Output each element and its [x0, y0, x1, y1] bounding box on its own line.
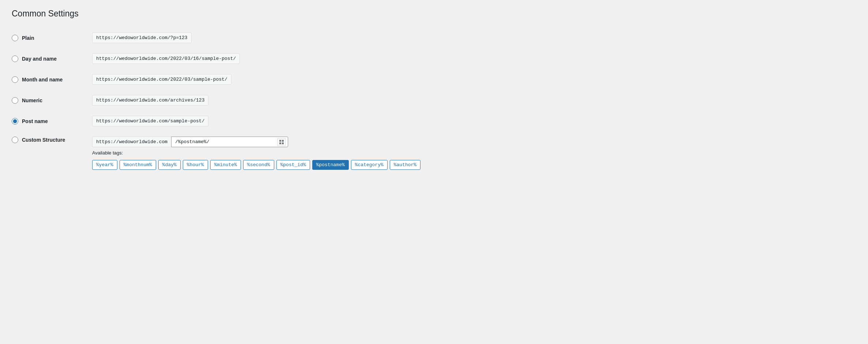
setting-row-plain: Plainhttps://wedoworldwide.com/?p=123: [12, 27, 856, 48]
label-text-day-and-name: Day and name: [22, 56, 57, 62]
custom-input-wrapper: [171, 137, 288, 147]
label-text-numeric: Numeric: [22, 98, 42, 103]
label-plain[interactable]: Plain: [12, 35, 92, 41]
tags-row: %year%%monthnum%%day%%hour%%minute%%seco…: [92, 160, 420, 170]
tag-btn-minute[interactable]: %minute%: [210, 160, 241, 170]
svg-rect-2: [279, 142, 281, 144]
page-title: Common Settings: [12, 9, 856, 19]
label-text-plain: Plain: [22, 35, 34, 41]
svg-rect-3: [282, 142, 284, 144]
radio-numeric[interactable]: [12, 97, 18, 104]
svg-rect-0: [279, 140, 281, 142]
tags-picker-button[interactable]: [277, 138, 286, 146]
custom-base-url: https://wedoworldwide.com: [92, 137, 171, 147]
common-settings-section: Plainhttps://wedoworldwide.com/?p=123Day…: [12, 27, 856, 175]
radio-month-and-name[interactable]: [12, 76, 18, 83]
url-display-numeric: https://wedoworldwide.com/archives/123: [92, 95, 208, 106]
custom-structure-input[interactable]: [171, 137, 288, 147]
tag-btn-second[interactable]: %second%: [243, 160, 274, 170]
tag-btn-postname[interactable]: %postname%: [312, 160, 349, 170]
setting-row-day-and-name: Day and namehttps://wedoworldwide.com/20…: [12, 48, 856, 69]
url-display-plain: https://wedoworldwide.com/?p=123: [92, 33, 192, 43]
tag-btn-monthnum[interactable]: %monthnum%: [120, 160, 156, 170]
tag-btn-year[interactable]: %year%: [92, 160, 117, 170]
label-text-month-and-name: Month and name: [22, 77, 63, 83]
label-numeric[interactable]: Numeric: [12, 97, 92, 104]
url-display-month-and-name: https://wedoworldwide.com/2022/03/sample…: [92, 74, 231, 85]
tag-btn-day[interactable]: %day%: [158, 160, 181, 170]
setting-row-month-and-name: Month and namehttps://wedoworldwide.com/…: [12, 69, 856, 90]
custom-structure-label[interactable]: Custom Structure: [12, 137, 92, 143]
label-post-name[interactable]: Post name: [12, 118, 92, 125]
custom-structure-label-text: Custom Structure: [22, 137, 65, 143]
setting-row-post-name: Post namehttps://wedoworldwide.com/sampl…: [12, 111, 856, 131]
custom-url-group: https://wedoworldwide.com Available tags…: [92, 137, 420, 170]
custom-structure-row: Custom Structure https://wedoworldwide.c…: [12, 131, 856, 175]
tag-btn-author[interactable]: %author%: [390, 160, 420, 170]
tag-btn-post_id[interactable]: %post_id%: [276, 160, 310, 170]
url-display-day-and-name: https://wedoworldwide.com/2022/03/16/sam…: [92, 53, 240, 64]
label-month-and-name[interactable]: Month and name: [12, 76, 92, 83]
custom-url-inputs: https://wedoworldwide.com: [92, 137, 420, 147]
tag-btn-category[interactable]: %category%: [351, 160, 388, 170]
svg-rect-1: [282, 140, 284, 142]
radio-day-and-name[interactable]: [12, 56, 18, 62]
label-day-and-name[interactable]: Day and name: [12, 56, 92, 62]
radio-plain[interactable]: [12, 35, 18, 41]
url-display-post-name: https://wedoworldwide.com/sample-post/: [92, 116, 208, 126]
custom-structure-radio[interactable]: [12, 137, 18, 143]
label-text-post-name: Post name: [22, 118, 48, 124]
setting-row-numeric: Numerichttps://wedoworldwide.com/archive…: [12, 90, 856, 111]
available-tags-label: Available tags:: [92, 150, 420, 156]
tag-btn-hour[interactable]: %hour%: [183, 160, 208, 170]
radio-post-name[interactable]: [12, 118, 18, 125]
